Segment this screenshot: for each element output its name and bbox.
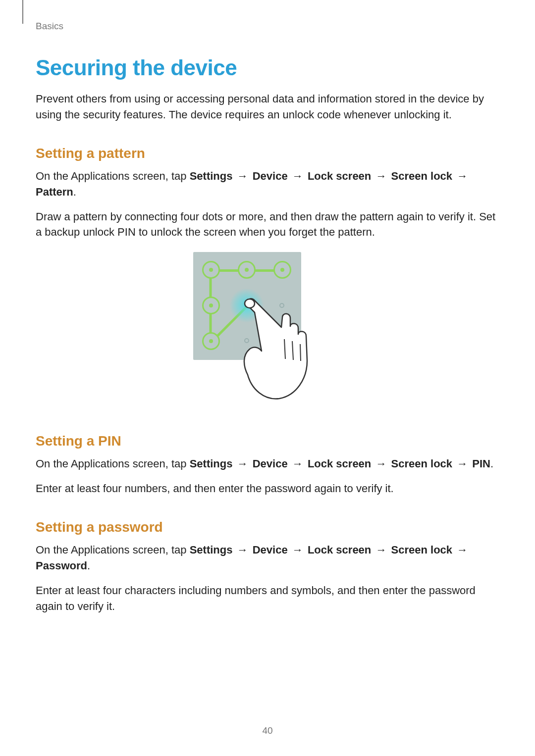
arrow-icon: → [455, 170, 469, 182]
pattern-dot [202, 261, 220, 279]
nav-pin: PIN [472, 457, 490, 470]
page-number: 40 [0, 725, 535, 736]
arrow-icon: → [455, 544, 469, 556]
pin-body: Enter at least four numbers, and then en… [36, 481, 499, 497]
arrow-icon: → [374, 544, 388, 556]
password-path: On the Applications screen, tap Settings… [36, 542, 499, 574]
nav-lockscreen: Lock screen [308, 544, 371, 556]
nav-device: Device [253, 544, 288, 556]
arrow-icon: → [374, 170, 388, 182]
hand-pointer-icon [237, 292, 336, 410]
heading-pattern: Setting a pattern [36, 146, 499, 161]
nav-device: Device [253, 170, 288, 182]
nav-settings: Settings [190, 457, 233, 470]
page-title: Securing the device [36, 55, 499, 80]
page-tab-mark [22, 0, 23, 24]
nav-screenlock: Screen lock [391, 544, 453, 556]
period: . [73, 186, 76, 198]
arrow-icon: → [455, 457, 469, 470]
text: On the Applications screen, tap [36, 544, 190, 556]
nav-screenlock: Screen lock [391, 457, 453, 470]
pattern-body: Draw a pattern by connecting four dots o… [36, 209, 499, 241]
arrow-icon: → [291, 170, 305, 182]
arrow-icon: → [236, 544, 250, 556]
arrow-icon: → [236, 170, 250, 182]
nav-screenlock: Screen lock [391, 170, 453, 182]
intro-paragraph: Prevent others from using or accessing p… [36, 91, 499, 123]
nav-pattern: Pattern [36, 186, 73, 198]
pin-path: On the Applications screen, tap Settings… [36, 456, 499, 472]
arrow-icon: → [291, 457, 305, 470]
heading-pin: Setting a PIN [36, 433, 499, 449]
text: On the Applications screen, tap [36, 457, 190, 470]
pattern-dot [202, 332, 220, 350]
arrow-icon: → [236, 457, 250, 470]
svg-point-0 [245, 299, 255, 308]
heading-password: Setting a password [36, 519, 499, 535]
period: . [490, 457, 493, 470]
nav-device: Device [253, 457, 288, 470]
password-body: Enter at least four characters including… [36, 583, 499, 614]
arrow-icon: → [374, 457, 388, 470]
nav-password: Password [36, 559, 87, 572]
pattern-dot [273, 261, 291, 279]
arrow-icon: → [291, 544, 305, 556]
nav-lockscreen: Lock screen [308, 170, 371, 182]
nav-settings: Settings [190, 170, 233, 182]
nav-settings: Settings [190, 544, 233, 556]
period: . [87, 559, 90, 572]
pattern-dot [202, 297, 220, 314]
nav-lockscreen: Lock screen [308, 457, 371, 470]
text: On the Applications screen, tap [36, 170, 190, 182]
pattern-path: On the Applications screen, tap Settings… [36, 168, 499, 200]
pattern-illustration [36, 252, 499, 410]
breadcrumb: Basics [36, 21, 499, 32]
pattern-dot [238, 261, 256, 279]
